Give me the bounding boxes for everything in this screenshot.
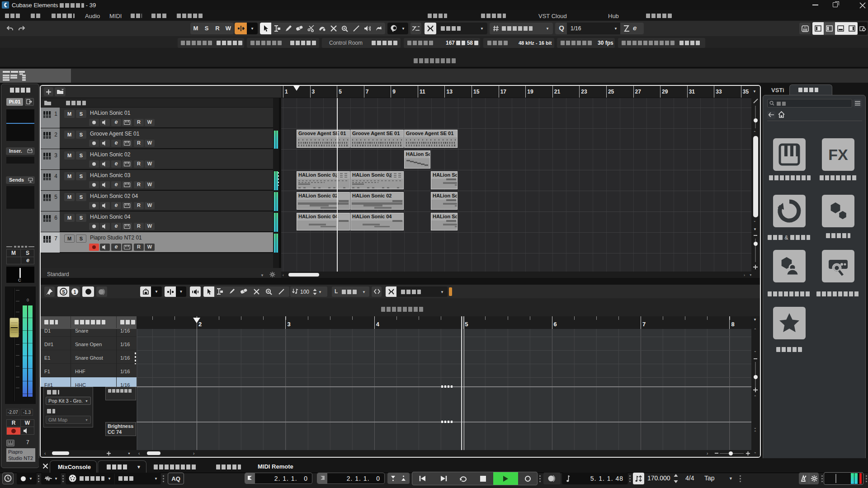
svg-text:S: S xyxy=(62,290,65,295)
svg-text:1: 1 xyxy=(73,290,76,295)
